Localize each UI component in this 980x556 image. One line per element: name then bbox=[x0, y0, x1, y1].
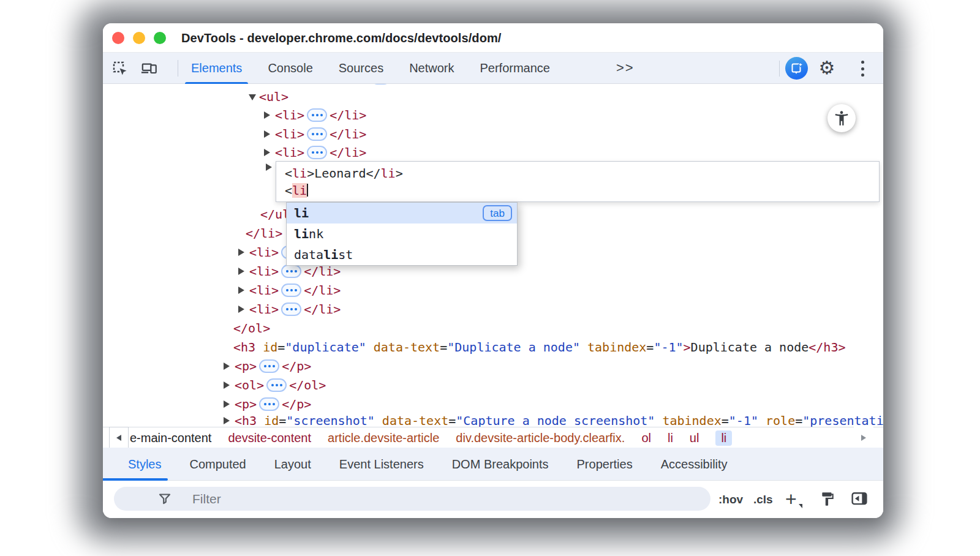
tab-layout[interactable]: Layout bbox=[260, 448, 325, 481]
tree-row[interactable]: <p></p> bbox=[235, 395, 311, 413]
tab-elements[interactable]: Elements bbox=[178, 53, 255, 84]
edit-line[interactable]: <li>Leonard</li> bbox=[285, 165, 879, 182]
hidden-children-ellipsis-icon[interactable] bbox=[281, 284, 301, 297]
filter-funnel-icon bbox=[158, 493, 172, 508]
hidden-children-ellipsis-icon[interactable] bbox=[371, 84, 391, 85]
tab-network[interactable]: Network bbox=[396, 53, 467, 84]
autocomplete-item[interactable]: litab bbox=[287, 203, 517, 224]
filter-input[interactable] bbox=[192, 489, 621, 509]
autocomplete-popup: litablinkdatalist bbox=[286, 202, 518, 266]
minimize-traffic-light-button[interactable] bbox=[133, 32, 145, 44]
styles-filter-bar: :hov .cls + bbox=[103, 481, 883, 518]
hidden-children-ellipsis-icon[interactable] bbox=[259, 359, 279, 373]
hidden-children-ellipsis-icon[interactable] bbox=[259, 397, 279, 411]
element-classes-cls-button[interactable]: .cls bbox=[753, 481, 773, 518]
zoom-traffic-light-button[interactable] bbox=[154, 32, 166, 44]
collapsed-arrow-icon[interactable] bbox=[266, 163, 272, 171]
collapsed-arrow-icon[interactable] bbox=[264, 111, 270, 119]
breadcrumb-item[interactable]: ol bbox=[641, 431, 651, 445]
pseudo-state-hov-button[interactable]: :hov bbox=[718, 481, 743, 518]
hidden-children-ellipsis-icon[interactable] bbox=[307, 127, 327, 141]
collapsed-arrow-icon[interactable] bbox=[238, 268, 244, 275]
breadcrumb-item[interactable]: article.devsite-article bbox=[328, 431, 439, 445]
accessibility-overlay-button[interactable] bbox=[827, 104, 856, 132]
node-edit-box[interactable]: <li>Leonard</li> <li bbox=[276, 161, 880, 202]
collapsed-arrow-icon[interactable] bbox=[238, 287, 244, 294]
tree-row[interactable]: </li> bbox=[246, 224, 282, 242]
tab-event-listeners[interactable]: Event Listeners bbox=[325, 448, 438, 481]
collapsed-arrow-icon[interactable] bbox=[238, 306, 244, 313]
tab-computed[interactable]: Computed bbox=[175, 448, 260, 481]
panel-tabs: ElementsConsoleSourcesNetworkPerformance bbox=[178, 53, 563, 84]
breadcrumb-item[interactable]: div.devsite-article-body.clearfix. bbox=[456, 431, 625, 445]
tab-performance[interactable]: Performance bbox=[467, 53, 564, 84]
devtools-window: DevTools - developer.chrome.com/docs/dev… bbox=[103, 23, 883, 518]
text-cursor bbox=[307, 184, 308, 197]
toolbar-separator bbox=[779, 61, 780, 77]
toggle-sidebar-icon[interactable] bbox=[851, 491, 867, 509]
hidden-children-ellipsis-icon[interactable] bbox=[281, 302, 301, 316]
dom-tree: <li>Leonard</li> <li litablinkdatalist <… bbox=[103, 84, 883, 427]
tree-row[interactable]: <li></li> bbox=[275, 143, 366, 162]
device-toolbar-icon[interactable] bbox=[141, 60, 158, 77]
tree-row[interactable]: <li></li> bbox=[275, 106, 366, 124]
page: DevTools - developer.chrome.com/docs/dev… bbox=[0, 0, 980, 556]
crumb-scroll-left-button[interactable] bbox=[109, 427, 129, 448]
styles-panel-tabs: StylesComputedLayoutEvent ListenersDOM B… bbox=[103, 448, 883, 481]
tree-row[interactable]: <li></li> bbox=[249, 281, 341, 299]
collapsed-arrow-icon[interactable] bbox=[224, 417, 230, 424]
breadcrumb-item[interactable]: ul bbox=[690, 431, 699, 445]
crumb-scroll-right-button[interactable] bbox=[854, 427, 873, 448]
breadcrumb-item[interactable]: li bbox=[715, 430, 732, 446]
settings-gear-icon[interactable]: ⚙ bbox=[817, 58, 837, 78]
hidden-children-ellipsis-icon[interactable] bbox=[266, 378, 287, 392]
titlebar: DevTools - developer.chrome.com/docs/dev… bbox=[103, 23, 883, 53]
collapsed-arrow-icon[interactable] bbox=[264, 149, 270, 156]
collapsed-arrow-icon[interactable] bbox=[224, 363, 230, 370]
tree-row[interactable]: <ol></ol> bbox=[235, 376, 326, 394]
right-arrow-icon bbox=[861, 435, 866, 441]
format-paint-icon[interactable] bbox=[820, 491, 835, 509]
accessibility-person-icon bbox=[833, 110, 850, 127]
tab-styles[interactable]: Styles bbox=[114, 448, 175, 481]
collapsed-arrow-icon[interactable] bbox=[264, 130, 270, 138]
new-style-rule-button[interactable]: + bbox=[785, 481, 797, 518]
tree-row[interactable]: <ul> bbox=[259, 88, 288, 106]
kebab-menu-icon[interactable] bbox=[860, 60, 865, 77]
edit-line[interactable]: <li bbox=[285, 182, 879, 199]
left-arrow-icon bbox=[116, 435, 121, 441]
breadcrumb: e-main-contentdevsite-contentarticle.dev… bbox=[130, 427, 846, 448]
ai-assistance-button[interactable] bbox=[785, 57, 808, 80]
collapsed-arrow-icon[interactable] bbox=[224, 381, 230, 389]
window-title: DevTools - developer.chrome.com/docs/dev… bbox=[181, 23, 502, 53]
autocomplete-item[interactable]: link bbox=[287, 224, 517, 244]
collapsed-arrow-icon[interactable] bbox=[224, 400, 230, 408]
tab-properties[interactable]: Properties bbox=[563, 448, 647, 481]
tree-row[interactable]: <h3 id="duplicate" data-text="Duplicate … bbox=[233, 338, 845, 356]
autocomplete-item[interactable]: datalist bbox=[287, 244, 517, 265]
collapsed-arrow-icon[interactable] bbox=[238, 249, 244, 256]
tab-console[interactable]: Console bbox=[255, 53, 325, 84]
hidden-children-ellipsis-icon[interactable] bbox=[307, 108, 327, 122]
more-panels-chevron-icon[interactable]: >> bbox=[616, 53, 635, 84]
tab-key-badge: tab bbox=[483, 205, 512, 221]
tab-dom-breakpoints[interactable]: DOM Breakpoints bbox=[438, 448, 563, 481]
hidden-children-ellipsis-icon[interactable] bbox=[281, 265, 301, 278]
inspect-element-icon[interactable] bbox=[111, 60, 129, 77]
tree-row[interactable]: <li></li> bbox=[249, 300, 341, 318]
close-traffic-light-button[interactable] bbox=[112, 32, 124, 44]
tab-sources[interactable]: Sources bbox=[326, 53, 396, 84]
tree-row[interactable]: </ol> bbox=[233, 319, 270, 337]
breadcrumb-item[interactable]: devsite-content bbox=[228, 431, 311, 445]
breadcrumb-bar: e-main-contentdevsite-contentarticle.dev… bbox=[103, 427, 883, 448]
tree-row[interactable]: <li></li> bbox=[275, 84, 437, 87]
hidden-children-ellipsis-icon[interactable] bbox=[307, 146, 327, 159]
tree-row[interactable]: <h3 id="screenshot" data-text="Capture a… bbox=[235, 411, 883, 427]
tree-row[interactable]: <p></p> bbox=[235, 357, 311, 375]
devtools-toolbar: ElementsConsoleSourcesNetworkPerformance… bbox=[103, 53, 883, 84]
breadcrumb-item[interactable]: li bbox=[668, 431, 673, 445]
expanded-arrow-icon[interactable] bbox=[249, 94, 256, 100]
tab-accessibility[interactable]: Accessibility bbox=[647, 448, 742, 481]
breadcrumb-item[interactable]: e-main-content bbox=[130, 431, 211, 445]
tree-row[interactable]: <li></li> bbox=[275, 125, 366, 143]
